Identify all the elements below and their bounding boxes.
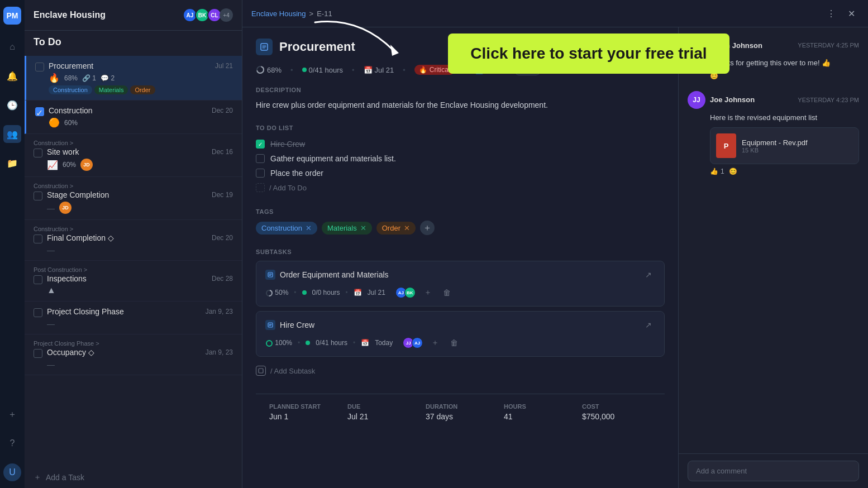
subtask-delete-0[interactable]: 🗑 <box>440 286 454 299</box>
hours-label: HOURS <box>504 403 573 410</box>
description-text: Hire crew plus order equipment and mater… <box>256 99 665 111</box>
comment-author-1: Joe Johnson <box>710 95 755 104</box>
subtask-meta-1: 100% • 0/41 hours • 📅 Today JJ AJ ＋ <box>265 336 655 350</box>
todo-check-0[interactable]: ✓ <box>256 140 265 149</box>
task-dash-occupancy: — <box>47 360 55 369</box>
close-button[interactable]: ✕ <box>843 6 859 21</box>
comment-input-area <box>679 453 868 488</box>
question-icon[interactable]: ? <box>3 434 21 452</box>
fire-icon: 🔥 <box>419 66 427 74</box>
todo-item-1: Gather equipment and materials list. <box>256 151 665 166</box>
tag-construction: Construction <box>49 85 92 94</box>
todo-check-1[interactable] <box>256 154 265 163</box>
more-options-button[interactable]: ⋮ <box>823 6 839 21</box>
attachment-size: 15 KB <box>742 147 808 154</box>
attachment-0[interactable]: P Equipment - Rev.pdf 15 KB <box>710 127 859 164</box>
task-checkbox-procurement[interactable] <box>35 63 44 71</box>
task-avatar-stage: JD <box>59 202 71 214</box>
task-name-project-closing: Project Closing Phase <box>47 307 124 316</box>
pm-logo[interactable]: PM <box>3 7 21 25</box>
subtask-open-button-1[interactable]: ↗ <box>642 318 655 332</box>
task-date-construction: Dec 20 <box>212 107 233 114</box>
add-subtask-row[interactable]: / Add Subtask <box>256 361 665 380</box>
subtask-open-button-0[interactable]: ↗ <box>642 268 655 281</box>
users-icon[interactable]: 👥 <box>3 125 21 143</box>
tag-remove-construction[interactable]: ✕ <box>306 224 312 232</box>
subtask-actions-0: ↗ <box>642 268 655 281</box>
add-todo-row[interactable]: / Add To Do <box>256 180 665 195</box>
task-name-stage-completion: Stage Completion <box>47 190 109 199</box>
task-item-construction[interactable]: ✓ Construction Dec 20 🟠 60% <box>25 101 242 134</box>
task-checkbox-construction[interactable]: ✓ <box>35 107 44 116</box>
breadcrumb: Enclave Housing > E-11 <box>251 9 332 18</box>
subtask-progress-1: 100% <box>265 339 292 347</box>
comment-input-field[interactable] <box>688 461 859 481</box>
emoji-reaction-1[interactable]: 😊 <box>729 168 737 175</box>
task-item-occupancy[interactable]: Project Closing Phase > Occupancy ◇ Jan … <box>25 334 242 375</box>
comment-reactions-1: 👍 1 😊 <box>710 168 859 175</box>
sub-label-occupancy: Project Closing Phase > <box>34 340 233 347</box>
add-icon[interactable]: ＋ <box>3 405 21 423</box>
subtask-add-member-1[interactable]: ＋ <box>428 336 442 350</box>
subtask-dot-0 <box>302 290 307 295</box>
task-item-final-completion[interactable]: Construction > Final Completion ◇ Dec 20… <box>25 220 242 261</box>
task-item-procurement[interactable]: Procurement Jul 21 🔥 68% 🔗 1 💬 2 Constru… <box>25 56 242 101</box>
folder-icon[interactable]: 📁 <box>3 154 21 172</box>
subtask-meta-0: 50% • 0/0 hours • 📅 Jul 21 AJ BK ＋ <box>265 286 655 299</box>
task-progress-procurement: 68% <box>64 74 78 82</box>
comment-text-0: Thanks for getting this over to me! 👍 <box>710 58 859 69</box>
task-item-inspections[interactable]: Post Construction > Inspections Dec 28 ▲ <box>25 261 242 302</box>
task-checkbox-occupancy[interactable] <box>34 349 42 358</box>
planned-start-label: PLANNED START <box>269 403 338 410</box>
cta-button[interactable]: Click here to start your free trial <box>448 34 729 74</box>
todo-label: TO DO LIST <box>256 125 665 131</box>
bell-icon[interactable]: 🔔 <box>3 67 21 85</box>
add-subtask-text: / Add Subtask <box>270 367 315 375</box>
subtask-delete-1[interactable]: 🗑 <box>447 336 461 350</box>
tag-remove-order[interactable]: ✕ <box>404 224 410 232</box>
task-item-stage-completion[interactable]: Construction > Stage Completion Dec 19 —… <box>25 177 242 220</box>
user-avatar-icon[interactable]: U <box>3 463 21 481</box>
comment-header-1: JJ Joe Johnson YESTERDAY 4:23 PM <box>688 91 859 109</box>
main-content: Enclave Housing > E-11 ⋮ ✕ Procurement <box>242 0 868 488</box>
task-dash-final: — <box>47 246 55 255</box>
footer-duration: DURATION 37 days <box>426 403 495 421</box>
home-icon[interactable]: ⌂ <box>3 38 21 56</box>
hours-value: 41 <box>504 412 573 421</box>
tag-add-button[interactable]: ＋ <box>420 221 435 235</box>
todo-check-2[interactable] <box>256 169 265 178</box>
subtask-date-0: Jul 21 <box>368 289 385 296</box>
breadcrumb-sep: > <box>309 9 314 18</box>
task-checkbox-inspections[interactable] <box>34 275 42 284</box>
task-title-text: Procurement <box>279 40 355 54</box>
cost-value: $750,000 <box>582 412 651 421</box>
task-item-project-closing[interactable]: Project Closing Phase Jan 9, 23 — <box>25 302 242 334</box>
sub-label-final-completion: Construction > <box>34 226 233 232</box>
top-bar: Enclave Housing > E-11 ⋮ ✕ <box>242 0 868 27</box>
task-dash-closing: — <box>47 319 55 328</box>
clock-icon[interactable]: 🕒 <box>3 96 21 114</box>
tags-row: Construction ✕ Materials ✕ Order ✕ ＋ <box>256 221 665 235</box>
tag-remove-materials[interactable]: ✕ <box>360 224 366 232</box>
task-item-site-work[interactable]: Construction > Site work Dec 16 📈 60% JD <box>25 134 242 177</box>
task-checkbox-stage-completion[interactable] <box>34 192 42 200</box>
todo-check-add <box>256 183 265 192</box>
tag-pill-construction: Construction ✕ <box>256 222 317 235</box>
breadcrumb-project[interactable]: Enclave Housing <box>251 9 306 18</box>
section-header: To Do <box>25 31 242 51</box>
task-avatar-site-work: JD <box>80 159 93 171</box>
task-date-procurement: Jul 21 <box>215 62 233 70</box>
footer-cost: COST $750,000 <box>582 403 651 421</box>
meta-date: 📅 Jul 21 <box>364 66 394 74</box>
task-checkbox-project-closing[interactable] <box>34 308 42 317</box>
add-task-row[interactable]: ＋ Add a Task <box>25 467 242 488</box>
subtask-add-member-0[interactable]: ＋ <box>421 286 435 299</box>
task-panel: Enclave Housing AJ BK CL +4 To Do Procur… <box>25 0 242 488</box>
subtask-item-1: Hire Crew ↗ 100% • <box>256 311 665 357</box>
task-checkbox-site-work[interactable] <box>34 149 42 157</box>
thumbsup-reaction[interactable]: 👍 1 <box>710 168 724 175</box>
task-checkbox-final-completion[interactable] <box>34 235 42 243</box>
duration-value: 37 days <box>426 412 495 421</box>
todo-text-2: Place the order <box>270 169 323 178</box>
subtask-item-0: Order Equipment and Materials ↗ 50 <box>256 261 665 307</box>
